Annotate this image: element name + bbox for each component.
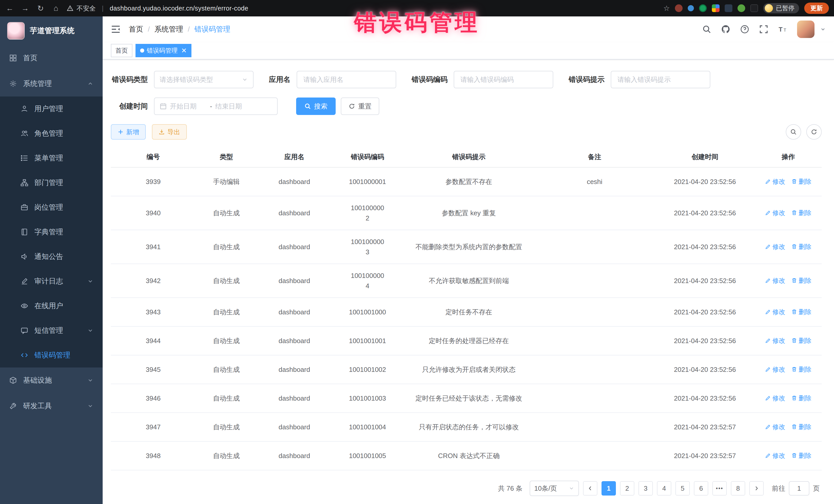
sidebar-item-online-users[interactable]: 在线用户 [0, 293, 103, 318]
sidebar-logo[interactable]: 芋道管理系统 [0, 17, 103, 45]
next-page-button[interactable] [749, 481, 764, 496]
pager-page-5[interactable]: 5 [675, 481, 690, 496]
pager-page-8[interactable]: 8 [731, 481, 745, 496]
pager-page-1[interactable]: 1 [601, 481, 616, 496]
extension-icon-grid[interactable] [712, 4, 720, 12]
delete-link[interactable]: 删除 [791, 423, 811, 431]
date-range-picker[interactable]: - [154, 97, 278, 115]
browser-home-icon[interactable]: ⌂ [51, 4, 61, 13]
sidebar-item-infrastructure[interactable]: 基础设施 [0, 368, 103, 393]
sidebar-item-error-code-management[interactable]: 错误码管理 [0, 343, 103, 368]
export-button[interactable]: 导出 [152, 124, 187, 139]
github-icon[interactable] [721, 25, 730, 34]
sidebar-item-menu-management[interactable]: 菜单管理 [0, 146, 103, 170]
pencil-icon [765, 309, 771, 314]
search-button[interactable]: 搜索 [296, 97, 336, 115]
browser-forward-icon[interactable]: → [21, 4, 30, 13]
reset-button[interactable]: 重置 [341, 97, 379, 115]
edit-link[interactable]: 修改 [765, 394, 785, 402]
pager-page-4[interactable]: 4 [657, 481, 671, 496]
edit-link[interactable]: 修改 [765, 308, 785, 316]
error-code-input[interactable] [454, 71, 553, 88]
font-size-icon[interactable]: TT [778, 25, 787, 34]
edit-link[interactable]: 修改 [765, 277, 785, 285]
delete-link[interactable]: 删除 [791, 336, 811, 345]
sidebar-item-dev-tools[interactable]: 研发工具 [0, 393, 103, 419]
pager-page-2[interactable]: 2 [620, 481, 634, 496]
extension-icon-3[interactable] [699, 4, 707, 12]
col-created: 创建时间 [655, 147, 755, 167]
delete-link[interactable]: 删除 [791, 209, 811, 217]
extension-icon-6[interactable] [738, 4, 745, 12]
sidebar-item-post-management[interactable]: 岗位管理 [0, 195, 103, 220]
delete-link[interactable]: 删除 [791, 242, 811, 251]
edit-link[interactable]: 修改 [765, 242, 785, 251]
end-date-input[interactable] [215, 103, 252, 110]
sidebar-item-dict-management[interactable]: 字典管理 [0, 220, 103, 244]
delete-link[interactable]: 删除 [791, 452, 811, 460]
delete-link[interactable]: 删除 [791, 177, 811, 186]
breadcrumb-system[interactable]: 系统管理 [154, 24, 183, 34]
sidebar-item-system-management[interactable]: 系统管理 [0, 71, 103, 96]
sidebar-item-role-management[interactable]: 角色管理 [0, 121, 103, 146]
sidebar-toggle-icon[interactable] [111, 24, 120, 34]
edit-link[interactable]: 修改 [765, 336, 785, 345]
extension-icon-2[interactable] [688, 5, 694, 11]
address-bar-url[interactable]: dashboard.yudao.iocoder.cn/system/error-… [110, 5, 248, 12]
pager-ellipsis[interactable]: ••• [712, 481, 727, 496]
eye-icon [21, 302, 28, 310]
user-avatar[interactable] [797, 21, 814, 38]
edit-link[interactable]: 修改 [765, 365, 785, 374]
tag-home[interactable]: 首页 [111, 44, 132, 57]
add-button-label: 新增 [126, 128, 139, 136]
tag-close-icon[interactable]: ✕ [181, 47, 187, 54]
refresh-table-button[interactable] [806, 124, 822, 139]
delete-link[interactable]: 删除 [791, 277, 811, 285]
add-button[interactable]: 新增 [111, 124, 146, 139]
edit-link[interactable]: 修改 [765, 423, 785, 431]
extension-icon-1[interactable] [675, 4, 683, 12]
extension-icon-5[interactable] [725, 4, 732, 12]
avatar-caret-down-icon[interactable] [820, 26, 826, 32]
search-icon[interactable] [702, 25, 711, 34]
tag-error-code-management[interactable]: 错误码管理 ✕ [135, 44, 192, 57]
page-size-select[interactable]: 10条/页 [530, 481, 579, 496]
pager-page-3[interactable]: 3 [638, 481, 653, 496]
delete-link[interactable]: 删除 [791, 394, 811, 402]
sidebar-item-sms-management[interactable]: 短信管理 [0, 318, 103, 343]
sidebar-item-user-management[interactable]: 用户管理 [0, 96, 103, 121]
edit-link[interactable]: 修改 [765, 209, 785, 217]
bookmark-star-icon[interactable]: ☆ [663, 4, 670, 13]
browser-back-icon[interactable]: ← [5, 4, 14, 13]
cell-actions: 修改删除 [755, 326, 822, 355]
sidebar-item-notice-management[interactable]: 通知公告 [0, 244, 103, 269]
sidebar-item-audit-log[interactable]: 审计日志 [0, 269, 103, 293]
edit-link[interactable]: 修改 [765, 177, 785, 186]
fullscreen-icon[interactable] [759, 25, 768, 34]
extension-icon-puzzle[interactable] [750, 4, 758, 12]
start-date-input[interactable] [170, 103, 207, 110]
pager-page-6[interactable]: 6 [694, 481, 708, 496]
delete-link[interactable]: 删除 [791, 365, 811, 374]
security-chip[interactable]: 不安全 [67, 4, 96, 13]
prev-page-button[interactable] [583, 481, 597, 496]
sidebar-item-department-management[interactable]: 部门管理 [0, 170, 103, 195]
trash-icon [791, 453, 797, 458]
cell-code: 1001001001 [332, 326, 403, 355]
profile-paused-badge[interactable]: 已暂停 [763, 3, 799, 13]
browser-reload-icon[interactable]: ↻ [36, 4, 45, 13]
delete-link[interactable]: 删除 [791, 308, 811, 316]
breadcrumb-home[interactable]: 首页 [129, 24, 143, 34]
browser-update-button[interactable]: 更新 [804, 3, 829, 14]
cell-code: 1001001003 [332, 384, 403, 413]
help-icon[interactable] [740, 25, 749, 34]
edit-link[interactable]: 修改 [765, 452, 785, 460]
error-type-select[interactable]: 请选择错误码类型 [154, 71, 254, 88]
error-hint-input[interactable] [611, 71, 710, 88]
app-name-input[interactable] [297, 71, 396, 88]
calendar-icon [160, 103, 167, 110]
cell-code: 1001001002 [332, 355, 403, 384]
sidebar-item-home[interactable]: 首页 [0, 45, 103, 71]
goto-page-input[interactable] [789, 481, 809, 496]
toggle-search-button[interactable] [786, 124, 801, 139]
